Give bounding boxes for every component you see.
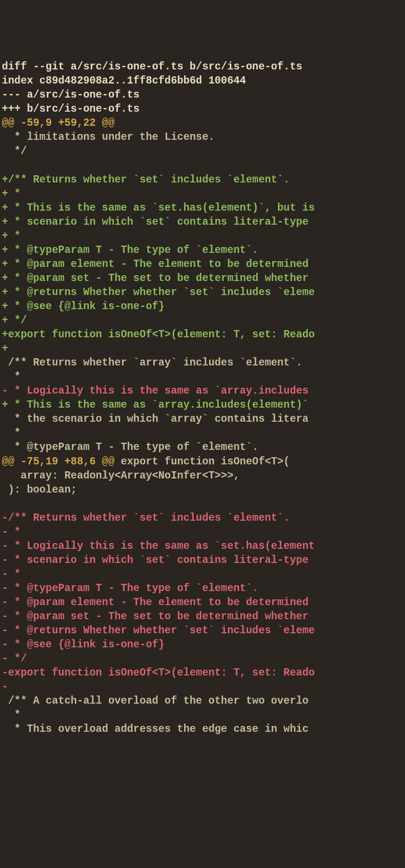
diff-line-context: */ — [2, 144, 403, 158]
diff-line-removed: - * @param element - The element to be d… — [2, 596, 403, 610]
diff-line-removed: - * — [2, 567, 403, 582]
diff-line-added: + * @param set - The set to be determine… — [2, 271, 403, 286]
diff-line-removed: - * @typeParam T - The type of `element`… — [2, 582, 403, 596]
diff-line-context: /** A catch-all overload of the other tw… — [2, 694, 403, 708]
diff-line-added: + * @typeParam T - The type of `element`… — [2, 243, 403, 257]
diff-line-added: + * This is the same as `array.includes(… — [2, 398, 403, 412]
diff-line-diff-header: --- a/src/is-one-of.ts — [2, 88, 403, 102]
diff-line-context: * — [2, 708, 403, 722]
diff-line-removed: - * @see {@link is-one-of} — [2, 638, 403, 652]
diff-line-removed: - — [2, 680, 403, 694]
diff-line-removed: - * @returns Whether whether `set` inclu… — [2, 624, 403, 638]
diff-line-hunk: @@ -75,19 +88,6 @@ export function isOne… — [2, 455, 403, 469]
diff-line-context: * @typeParam T - The type of `element`. — [2, 440, 403, 454]
diff-line-diff-header: index c89d482908a2..1ff8cfd6bb6d 100644 — [2, 74, 403, 88]
diff-line-context: * the scenario in which `array` contains… — [2, 412, 403, 426]
diff-line-added: + * — [2, 229, 403, 243]
diff-line-removed: - * — [2, 525, 403, 539]
diff-line-removed: - * @param set - The set to be determine… — [2, 610, 403, 624]
diff-line-removed: -export function isOneOf<T>(element: T, … — [2, 666, 403, 680]
diff-line-added: +export function isOneOf<T>(element: T, … — [2, 328, 403, 342]
diff-line-context — [2, 159, 403, 173]
diff-line-context: * — [2, 370, 403, 384]
diff-line-context: * limitations under the License. — [2, 130, 403, 144]
diff-line-removed: - * Logically this is the same as `set.h… — [2, 539, 403, 553]
diff-line-added: + * @see {@link is-one-of} — [2, 300, 403, 314]
diff-line-added: + * @returns Whether whether `set` inclu… — [2, 286, 403, 300]
diff-output: diff --git a/src/is-one-of.ts b/src/is-o… — [2, 60, 403, 736]
diff-line-context — [2, 497, 403, 511]
diff-line-diff-header: diff --git a/src/is-one-of.ts b/src/is-o… — [2, 60, 403, 74]
diff-line-context: array: Readonly<Array<NoInfer<T>>>, — [2, 469, 403, 483]
diff-line-added: + * @param element - The element to be d… — [2, 257, 403, 271]
diff-line-added: + * scenario in which `set` contains lit… — [2, 215, 403, 229]
hunk-marker: @@ -75,19 +88,6 @@ — [2, 456, 114, 468]
diff-line-added: + * — [2, 187, 403, 201]
diff-line-removed: -/** Returns whether `set` includes `ele… — [2, 511, 403, 525]
diff-line-context: ): boolean; — [2, 483, 403, 497]
diff-line-removed: - * Logically this is the same as `array… — [2, 384, 403, 398]
diff-line-added: + * This is the same as `set.has(element… — [2, 201, 403, 215]
diff-line-diff-header: +++ b/src/is-one-of.ts — [2, 102, 403, 116]
diff-line-added: +/** Returns whether `set` includes `ele… — [2, 173, 403, 187]
diff-line-context: * — [2, 426, 403, 440]
diff-line-removed: - * scenario in which `set` contains lit… — [2, 553, 403, 567]
diff-line-removed: - */ — [2, 652, 403, 666]
diff-line-context: /** Returns whether `array` includes `el… — [2, 356, 403, 370]
diff-line-added: + */ — [2, 314, 403, 328]
hunk-context: export function isOneOf<T>( — [114, 456, 289, 468]
diff-line-added: + — [2, 342, 403, 356]
diff-line-hunk-header: @@ -59,9 +59,22 @@ — [2, 116, 403, 130]
diff-line-context: * This overload addresses the edge case … — [2, 722, 403, 736]
